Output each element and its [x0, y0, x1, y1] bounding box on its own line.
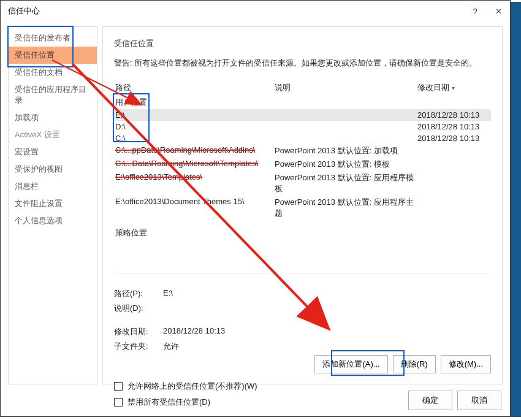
ok-button[interactable]: 确定 [408, 391, 452, 410]
table-row[interactable]: E:\office2013\Templates\PowerPoint 2013 … [114, 171, 491, 196]
sidebar-item-documents[interactable]: 受信任的文档 [9, 64, 97, 81]
window-title: 信任中心 [8, 6, 40, 17]
sidebar-item-privacy[interactable]: 个人信息选项 [9, 212, 97, 229]
modify-button[interactable]: 修改(M)... [441, 355, 491, 373]
sidebar-item-label: 受信任的文档 [15, 67, 63, 77]
main-panel: 受信任位置 警告: 所有这些位置都被视为打开文件的受信任来源。如果您更改或添加位… [102, 26, 503, 384]
sidebar-item-label: 个人信息选项 [15, 216, 63, 225]
sidebar-item-label: 受信任的应用程序目录 [15, 85, 86, 105]
table-row[interactable]: D:\2018/12/28 10:13 [114, 121, 491, 132]
detail-subfolder-value: 允许 [163, 341, 179, 352]
nav-sidebar: 受信任的发布者 受信任位置 受信任的文档 受信任的应用程序目录 加载项 Acti… [8, 26, 97, 384]
table-row[interactable]: C:\...ppData\Roaming\Microsoft\Addins\Po… [114, 144, 491, 158]
th-desc[interactable]: 说明 [273, 82, 417, 93]
sidebar-item-publishers[interactable]: 受信任的发布者 [9, 29, 97, 47]
trust-center-dialog: 信任中心 ? ✕ 受信任的发布者 受信任位置 受信任的文档 受信任的应用程序目录… [0, 0, 511, 417]
th-path[interactable]: 路径 [114, 82, 273, 93]
sidebar-item-label: 受信任位置 [15, 50, 55, 59]
sidebar-item-file-block[interactable]: 文件阻止设置 [9, 195, 97, 212]
detail-date-value: 2018/12/28 10:13 [163, 326, 225, 337]
th-date[interactable]: 修改日期▾ [417, 82, 491, 93]
close-icon[interactable]: ✕ [487, 1, 510, 21]
detail-path-label: 路径(P): [114, 288, 163, 299]
sidebar-item-message-bar[interactable]: 消息栏 [9, 178, 97, 195]
right-backdrop [511, 2, 521, 417]
table-row[interactable]: C:\...Data\Roaming\Microsoft\Templates\P… [114, 158, 491, 171]
detail-path-value: E:\ [163, 288, 173, 299]
table-row[interactable]: E:\2018/12/28 10:13 [114, 109, 491, 121]
sidebar-item-app-catalog[interactable]: 受信任的应用程序目录 [9, 81, 97, 109]
checkbox-icon [114, 398, 123, 407]
sidebar-item-protected-view[interactable]: 受保护的视图 [9, 161, 97, 178]
detail-desc-label: 说明(D): [114, 303, 163, 314]
locations-table: 路径 说明 修改日期▾ 用户位置 E:\2018/12/28 10:13 D:\… [114, 80, 491, 274]
sidebar-item-macro[interactable]: 宏设置 [9, 143, 97, 161]
location-details: 路径(P):E:\ 说明(D): 修改日期:2018/12/28 10:13 子… [114, 286, 491, 354]
sidebar-item-label: 宏设置 [15, 147, 39, 156]
sidebar-item-locations[interactable]: 受信任位置 [9, 47, 97, 64]
detail-date-label: 修改日期: [114, 326, 163, 337]
sidebar-item-label: 消息栏 [15, 181, 39, 191]
table-header: 路径 说明 修改日期▾ [114, 80, 491, 96]
warning-text: 警告: 所有这些位置都被视为打开文件的受信任来源。如果您更改或添加位置，请确保新… [114, 58, 491, 69]
sidebar-item-addins[interactable]: 加载项 [9, 109, 97, 126]
sidebar-item-activex[interactable]: ActiveX 设置 [9, 126, 97, 143]
cancel-button[interactable]: 取消 [457, 391, 501, 410]
remove-button[interactable]: 删除(R) [393, 355, 436, 373]
checkbox-icon [114, 382, 123, 391]
sidebar-item-label: 受保护的视图 [15, 164, 63, 174]
section-title: 受信任位置 [114, 38, 491, 49]
sidebar-item-label: 文件阻止设置 [15, 199, 63, 208]
action-buttons: 添加新位置(A)... 删除(R) 修改(M)... [114, 355, 491, 373]
detail-subfolder-label: 子文件夹: [114, 341, 163, 352]
sidebar-item-label: 加载项 [15, 113, 39, 122]
title-bar: 信任中心 ? ✕ [1, 1, 510, 21]
chevron-down-icon: ▾ [452, 85, 455, 91]
table-row[interactable]: C:\2018/12/28 10:13 [114, 132, 491, 144]
group-policy: 策略位置 [114, 226, 491, 240]
sidebar-item-label: ActiveX 设置 [15, 130, 60, 139]
add-location-button[interactable]: 添加新位置(A)... [314, 355, 387, 373]
sidebar-item-label: 受信任的发布者 [15, 33, 70, 42]
group-user: 用户位置 [114, 96, 491, 109]
help-icon[interactable]: ? [463, 1, 487, 21]
table-row[interactable]: E:\office2013\Document Themes 15\PowerPo… [114, 196, 491, 220]
